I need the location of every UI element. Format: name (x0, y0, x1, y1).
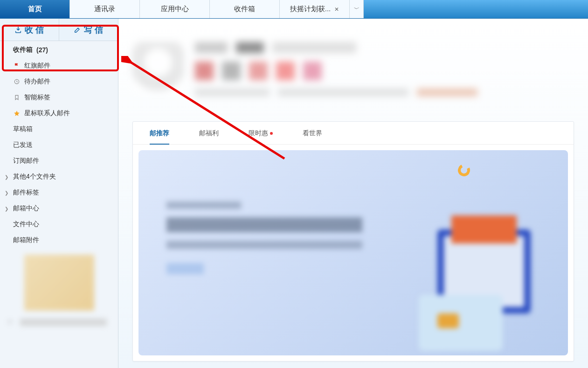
tab-label: 应用中心 (161, 5, 189, 14)
folder-label: 其他4个文件夹 (13, 173, 56, 181)
tab-contacts[interactable]: 通讯录 (70, 0, 140, 18)
folder-inbox[interactable]: 收件箱 (27) (0, 42, 118, 58)
tab-label: 扶摇计划获... (290, 5, 331, 14)
clock-icon (13, 78, 21, 85)
ctab-label: 限时惠 (249, 129, 268, 137)
ctab-label: 邮推荐 (150, 129, 169, 137)
notification-dot-icon (270, 132, 273, 135)
ctab-label: 邮福利 (199, 129, 219, 137)
chevron-right-icon: ❯ (5, 190, 8, 195)
folder-list: 收件箱 (27) 红旗邮件 待办邮件 智能标签 (0, 41, 118, 248)
tab-label: 首页 (28, 5, 42, 14)
folder-label: 草稿箱 (13, 125, 33, 133)
folder-file-center[interactable]: 文件中心 (0, 216, 118, 232)
compose-label: 写 信 (84, 24, 103, 35)
ctab-limited[interactable]: 限时惠 (249, 129, 273, 144)
folder-label: 邮箱中心 (13, 204, 39, 213)
folder-label: 已发送 (13, 141, 33, 149)
tab-app-center[interactable]: 应用中心 (140, 0, 210, 18)
chevron-down-icon: ﹀ (354, 5, 360, 13)
sidebar-promo-blurred: ≡ (0, 255, 118, 327)
receive-label: 收 信 (25, 24, 44, 35)
chevron-right-icon: ❯ (5, 206, 8, 211)
edit-icon (74, 26, 81, 34)
folder-label: 待办邮件 (24, 77, 50, 86)
sidebar: 收 信 写 信 收件箱 (27) 红旗邮件 (0, 19, 118, 368)
folder-star-contacts[interactable]: 星标联系人邮件 (0, 105, 118, 121)
folder-label: 订阅邮件 (13, 157, 39, 165)
tabs-more-button[interactable]: ﹀ (350, 0, 364, 18)
download-icon (14, 26, 22, 34)
compose-mail-button[interactable]: 写 信 (59, 19, 118, 41)
main-content: 邮推荐 邮福利 限时惠 看世界 (118, 19, 588, 368)
tab-inbox[interactable]: 收件箱 (210, 0, 280, 18)
close-icon[interactable]: ✕ (334, 6, 339, 13)
chevron-right-icon: ❯ (5, 174, 8, 180)
flag-icon (13, 62, 21, 69)
folder-mail-center[interactable]: ❯ 邮箱中心 (0, 201, 118, 216)
folder-todo[interactable]: 待办邮件 (0, 74, 118, 90)
top-tab-bar: 首页 通讯录 应用中心 收件箱 扶摇计划获... ✕ ﹀ (0, 0, 588, 19)
profile-header-blurred (132, 42, 574, 112)
ctab-welfare[interactable]: 邮福利 (199, 129, 219, 144)
folder-smart-tags[interactable]: 智能标签 (0, 90, 118, 105)
folder-count: (27) (36, 46, 48, 54)
tab-home[interactable]: 首页 (0, 0, 70, 18)
folder-label: 收件箱 (13, 46, 33, 54)
tab-fuyao[interactable]: 扶摇计划获... ✕ (280, 0, 350, 18)
ctab-world[interactable]: 看世界 (303, 129, 322, 144)
folder-label: 邮箱附件 (13, 236, 39, 244)
promo-banner[interactable] (138, 150, 568, 355)
receive-mail-button[interactable]: 收 信 (0, 19, 59, 41)
ctab-recommend[interactable]: 邮推荐 (150, 129, 169, 144)
folder-sent[interactable]: 已发送 (0, 137, 118, 153)
folder-mail-tags[interactable]: ❯ 邮件标签 (0, 185, 118, 201)
star-icon (13, 110, 21, 117)
bookmark-icon (13, 94, 21, 101)
folder-flagged[interactable]: 红旗邮件 (0, 58, 118, 74)
folder-label: 文件中心 (13, 220, 39, 229)
folder-label: 红旗邮件 (24, 62, 50, 70)
tab-label: 通讯录 (94, 5, 115, 14)
ctab-label: 看世界 (303, 129, 322, 137)
folder-label: 星标联系人邮件 (24, 109, 70, 118)
folder-drafts[interactable]: 草稿箱 (0, 121, 118, 137)
folder-label: 邮件标签 (13, 188, 39, 197)
tab-label: 收件箱 (234, 5, 255, 14)
folder-label: 智能标签 (24, 93, 50, 102)
content-card: 邮推荐 邮福利 限时惠 看世界 (132, 121, 574, 361)
folder-other-folders[interactable]: ❯ 其他4个文件夹 (0, 169, 118, 185)
folder-subscriptions[interactable]: 订阅邮件 (0, 153, 118, 169)
folder-attachments[interactable]: 邮箱附件 (0, 232, 118, 248)
content-tabs: 邮推荐 邮福利 限时惠 看世界 (133, 122, 574, 145)
